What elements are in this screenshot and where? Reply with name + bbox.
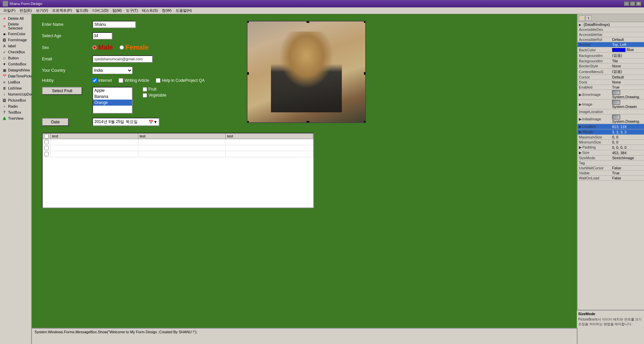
props-errorimage-val[interactable]: System.Drawing. (611, 90, 644, 100)
veg-fruit-check[interactable] (143, 87, 147, 92)
menu-edit[interactable]: 편집(E) (17, 7, 34, 14)
props-size-val[interactable]: 453, 384 (611, 150, 644, 156)
sex-female-radio[interactable] (120, 45, 124, 50)
tool-datetimepicker[interactable]: 📅 DateTimePicker (0, 73, 31, 79)
props-btn-2[interactable]: Σ (586, 15, 592, 21)
row1-cell3[interactable] (226, 139, 313, 145)
row2-cell2[interactable] (138, 145, 226, 151)
row3-check[interactable] (43, 151, 51, 157)
props-sizemode-val[interactable]: StretchImage (611, 156, 644, 161)
props-minimumsize-val[interactable]: 0, 0 (611, 140, 644, 145)
date-picker-icon[interactable]: 📅▼ (148, 120, 157, 124)
handle-ml[interactable] (247, 72, 249, 75)
tool-datagridview[interactable]: ▦ DatagridView (0, 67, 31, 73)
minimize-button[interactable]: ─ (624, 1, 629, 6)
maximize-button[interactable]: □ (630, 1, 635, 6)
props-borderstyle-val[interactable]: None (611, 64, 644, 69)
menu-window[interactable]: 창(W) (160, 7, 174, 14)
row3-cell2[interactable] (138, 151, 226, 157)
hobby-internet[interactable]: internet (92, 78, 112, 83)
props-padding-val[interactable]: 0, 0, 0, 0 (611, 145, 644, 150)
menu-file[interactable]: 파일(F) (1, 7, 17, 14)
veg-vegetable-check[interactable] (143, 93, 147, 98)
country-select[interactable]: India USA UK Australia (92, 67, 133, 74)
sex-male-option[interactable]: Male (92, 44, 113, 51)
tool-listview[interactable]: ≣ ListView (0, 85, 31, 91)
select-fruit-button[interactable]: Select Fruit (42, 87, 82, 95)
tool-combobox[interactable]: ▼ ComboBox (0, 61, 31, 67)
hobby-codeproject-check[interactable] (156, 78, 160, 83)
props-location-val[interactable]: 813, 118 (611, 124, 644, 129)
row3-cell1[interactable] (51, 151, 138, 157)
props-btn-1[interactable]: ⚡ (579, 15, 585, 21)
tool-listbox[interactable]: ≡ ListBox (0, 79, 31, 85)
tool-formcolor[interactable]: ■ FormColor (0, 31, 31, 37)
handle-mr[interactable] (364, 72, 366, 75)
props-visible-val[interactable]: True (611, 171, 644, 176)
email-input[interactable] (92, 55, 153, 63)
handle-bl[interactable] (247, 121, 249, 123)
row3-checkbox[interactable] (44, 152, 49, 156)
handle-bm[interactable] (307, 121, 309, 123)
row2-checkbox[interactable] (44, 146, 49, 150)
fruit-banana[interactable]: Banana (93, 94, 132, 100)
props-initialimage-val[interactable]: System.Drawing. (611, 114, 644, 124)
tool-picturebox[interactable]: 🖼 PictureBox (0, 97, 31, 103)
menu-debug[interactable]: 디버그(D) (90, 7, 110, 14)
hobby-writing[interactable]: Writing Article (119, 78, 149, 83)
veg-vegetable-option[interactable]: Vegetable (143, 93, 166, 98)
props-backcolor-val[interactable]: Blue (611, 47, 644, 53)
hobby-writing-check[interactable] (119, 78, 123, 83)
handle-tl[interactable] (247, 21, 249, 23)
props-backgroundim1-val[interactable]: (없음) (611, 53, 644, 59)
props-imagelocation-val[interactable] (611, 109, 644, 114)
row1-cell1[interactable] (51, 139, 138, 145)
props-waitonload-val[interactable]: False (611, 176, 644, 181)
props-backgroundim2-val[interactable]: Tile (611, 59, 644, 64)
tool-textbox[interactable]: T TextBox (0, 109, 31, 115)
row2-cell1[interactable] (51, 145, 138, 151)
hobby-internet-check[interactable] (92, 78, 97, 83)
menu-view[interactable]: 보기(V) (34, 7, 50, 14)
props-usewaitcursor-val[interactable]: False (611, 166, 644, 171)
row2-cell3[interactable] (226, 145, 313, 151)
handle-tr[interactable] (364, 21, 366, 23)
tool-numericupdown[interactable]: ↕ NumericUpDown (0, 91, 31, 97)
props-tag-val[interactable] (611, 161, 644, 166)
tool-delete-selected[interactable]: ✕ Delete Selected (0, 21, 31, 31)
menu-project[interactable]: 프로젝트(P) (50, 7, 74, 14)
props-enabled-val[interactable]: True (611, 85, 644, 90)
tool-checkbox[interactable]: ✓ CheckBox (0, 49, 31, 55)
props-image-val[interactable]: System.Drawin (611, 100, 644, 109)
veg-fruit-option[interactable]: Fruit (143, 87, 166, 92)
menu-help[interactable]: 도움말(H) (174, 7, 194, 14)
props-maximumsize-val[interactable]: 0, 0 (611, 135, 644, 140)
row1-check[interactable] (43, 139, 51, 145)
menu-test[interactable]: 테스트(S) (140, 7, 160, 14)
dg-select-all-check[interactable] (44, 134, 49, 138)
props-accessiblenar-val[interactable] (611, 32, 644, 37)
handle-br[interactable] (364, 121, 366, 123)
date-button[interactable]: Date (42, 118, 69, 126)
sex-female-option[interactable]: Female (120, 44, 148, 51)
row1-cell2[interactable] (138, 139, 226, 145)
tool-delete-all[interactable]: ✕ Delete All (0, 15, 31, 21)
menu-build[interactable]: 빌드(B) (74, 7, 90, 14)
close-button[interactable]: ✕ (636, 1, 641, 6)
tool-button[interactable]: □ Button (0, 55, 31, 61)
props-accessiblerol-val[interactable]: Default (611, 37, 644, 42)
props-databindings-section[interactable]: ▶ (DataBindings) (578, 22, 644, 27)
row2-check[interactable] (43, 145, 51, 151)
menu-tools[interactable]: 도구(T) (124, 7, 140, 14)
menu-team[interactable]: 팀(M) (110, 7, 124, 14)
tool-label[interactable]: A label (0, 43, 31, 49)
tool-radio[interactable]: ○ Radio (0, 103, 31, 109)
props-margin-val[interactable]: 3, 3, 3, 3 (611, 129, 644, 135)
props-cursor-val[interactable]: Default (611, 75, 644, 80)
fruit-orange[interactable]: Orange (93, 100, 132, 106)
hobby-codeproject[interactable]: Help in CodeProject QA (156, 78, 204, 83)
props-contextmenus-val[interactable]: (없음) (611, 69, 644, 75)
tool-treeview[interactable]: 🌲 TreeView (0, 115, 31, 121)
row1-checkbox[interactable] (44, 140, 49, 144)
handle-tm[interactable] (307, 21, 309, 23)
